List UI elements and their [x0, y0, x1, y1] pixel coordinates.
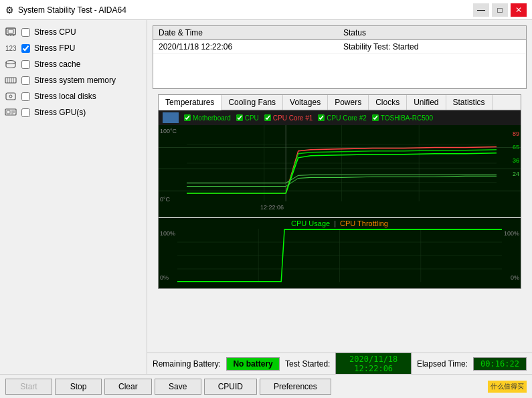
test-started-value: 2020/11/18 12:22:06	[335, 353, 412, 375]
legend-cpu-core2-checkbox[interactable]	[318, 114, 325, 121]
stress-disks-checkbox[interactable]	[21, 92, 30, 101]
temp-time-label: 12:22:06	[260, 204, 284, 211]
stress-cache-checkbox[interactable]	[21, 60, 30, 69]
app-body: Stress CPU 123 Stress FPU Stress cache	[0, 20, 532, 398]
svg-rect-12	[6, 93, 15, 100]
title-bar: ⚙ System Stability Test - AIDA64 — □ ✕	[0, 0, 532, 20]
tab-powers[interactable]: Powers	[328, 95, 369, 110]
legend-cpu: CPU	[236, 114, 259, 122]
legend-cpu-core1: CPU Core #1	[264, 114, 313, 122]
cpu-y-top: 100%	[160, 230, 175, 237]
stress-gpu-checkbox[interactable]	[21, 108, 30, 117]
stress-cpu-item: Stress CPU	[4, 25, 143, 39]
stress-cache-item: Stress cache	[4, 58, 143, 71]
cpu-graph: CPU Usage | CPU Throttling 100% 0% 100% …	[159, 218, 521, 288]
svg-rect-15	[7, 110, 10, 114]
stress-disks-item: Stress local disks	[4, 90, 143, 103]
tab-unified[interactable]: Unified	[407, 95, 446, 110]
col-status: Status	[338, 26, 526, 40]
stress-fpu-label: Stress FPU	[34, 43, 75, 53]
legend-cpu-label: CPU	[245, 114, 259, 122]
log-table-container: Date & Time Status 2020/11/18 12:22:06 S…	[153, 25, 527, 89]
col-datetime: Date & Time	[153, 26, 338, 40]
battery-value: No battery	[226, 357, 280, 371]
legend-cpu-core1-label: CPU Core #1	[273, 114, 313, 122]
log-status: Stability Test: Started	[338, 40, 526, 54]
cache-icon	[4, 59, 17, 70]
stress-memory-label: Stress system memory	[34, 76, 116, 85]
test-started-label: Test Started:	[285, 359, 330, 369]
log-table: Date & Time Status 2020/11/18 12:22:06 S…	[153, 26, 526, 54]
title-bar-left: ⚙ System Stability Test - AIDA64	[5, 5, 126, 15]
save-button[interactable]: Save	[155, 379, 201, 395]
legend-motherboard-label: Motherboard	[193, 114, 231, 122]
clear-button[interactable]: Clear	[104, 379, 152, 395]
tab-clocks[interactable]: Clocks	[369, 95, 407, 110]
temp-val-65: 65	[513, 144, 519, 151]
right-section: Date & Time Status 2020/11/18 12:22:06 S…	[147, 20, 532, 374]
log-datetime: 2020/11/18 12:22:06	[153, 40, 338, 54]
tabs-container: Temperatures Cooling Fans Voltages Power…	[158, 94, 521, 289]
stress-fpu-checkbox[interactable]	[21, 44, 30, 53]
svg-rect-7	[5, 78, 16, 83]
status-bar: Remaining Battery: No battery Test Start…	[147, 353, 532, 374]
legend-cpu-core1-checkbox[interactable]	[264, 114, 271, 121]
left-panel: Stress CPU 123 Stress FPU Stress cache	[0, 20, 147, 374]
temp-graph: Motherboard CPU CPU Core #1	[159, 110, 521, 217]
tab-voltages[interactable]: Voltages	[283, 95, 328, 110]
preferences-button[interactable]: Preferences	[260, 379, 331, 395]
app-icon: ⚙	[5, 5, 14, 15]
cpu-right-top: 100%	[504, 230, 519, 237]
temp-legend: Motherboard CPU CPU Core #1	[159, 110, 521, 125]
cpu-graph-area: 100% 0% 100% 0%	[159, 229, 521, 282]
close-button[interactable]: ✕	[511, 3, 527, 17]
maximize-button[interactable]: □	[492, 3, 508, 17]
button-bar: Start Stop Clear Save CPUID Preferences …	[0, 374, 532, 398]
cpu-y-bottom: 0%	[160, 274, 169, 281]
legend-cpu-checkbox[interactable]	[236, 114, 243, 121]
minimize-button[interactable]: —	[473, 3, 489, 17]
cpu-graph-title: CPU Usage | CPU Throttling	[159, 218, 521, 229]
tab-cooling-fans[interactable]: Cooling Fans	[221, 95, 283, 110]
temp-right-values: 89 65 36 24	[513, 130, 519, 177]
stop-button[interactable]: Stop	[55, 379, 102, 395]
legend-toshiba-checkbox[interactable]	[372, 114, 379, 121]
legend-motherboard: Motherboard	[184, 114, 231, 122]
disk-icon	[4, 91, 17, 102]
cpu-icon	[4, 27, 17, 37]
tab-temperatures[interactable]: Temperatures	[159, 95, 221, 110]
graphs-section: Temperatures Cooling Fans Voltages Power…	[153, 94, 527, 350]
stress-cache-label: Stress cache	[34, 60, 80, 69]
start-button[interactable]: Start	[5, 379, 52, 395]
stress-memory-item: Stress system memory	[4, 74, 143, 87]
cpuid-button[interactable]: CPUID	[204, 379, 257, 395]
window-title: System Stability Test - AIDA64	[18, 5, 126, 15]
legend-cpu-core2-label: CPU Core #2	[327, 114, 366, 122]
stress-cpu-checkbox[interactable]	[21, 28, 30, 37]
temp-svg	[187, 125, 497, 201]
legend-toshiba-label: TOSHIBA-RC500	[381, 114, 433, 122]
stress-cpu-label: Stress CPU	[34, 27, 76, 37]
tab-statistics[interactable]: Statistics	[446, 95, 493, 110]
battery-label: Remaining Battery:	[153, 359, 221, 369]
legend-toshiba: TOSHIBA-RC500	[372, 114, 433, 122]
stress-memory-checkbox[interactable]	[21, 76, 30, 85]
temp-graph-area: 100°C 0°C	[159, 125, 521, 212]
cpu-usage-label: CPU Usage	[291, 219, 330, 227]
svg-point-13	[9, 95, 12, 98]
title-bar-controls: — □ ✕	[473, 3, 527, 17]
gpu-icon	[4, 107, 17, 118]
elapsed-value: 00:16:22	[473, 357, 527, 371]
stress-fpu-item: 123 Stress FPU	[4, 41, 143, 55]
temp-val-24: 24	[513, 171, 519, 177]
cpu-throttling-label: CPU Throttling	[340, 219, 388, 227]
legend-motherboard-checkbox[interactable]	[184, 114, 191, 121]
stress-disks-label: Stress local disks	[34, 92, 96, 101]
svg-text:123: 123	[5, 45, 17, 52]
svg-rect-4	[8, 29, 13, 33]
top-section: Stress CPU 123 Stress FPU Stress cache	[0, 20, 532, 374]
log-row: 2020/11/18 12:22:06 Stability Test: Star…	[153, 40, 526, 54]
fpu-icon: 123	[4, 43, 17, 54]
elapsed-label: Elapsed Time:	[417, 359, 468, 369]
stress-gpu-item: Stress GPU(s)	[4, 106, 143, 119]
